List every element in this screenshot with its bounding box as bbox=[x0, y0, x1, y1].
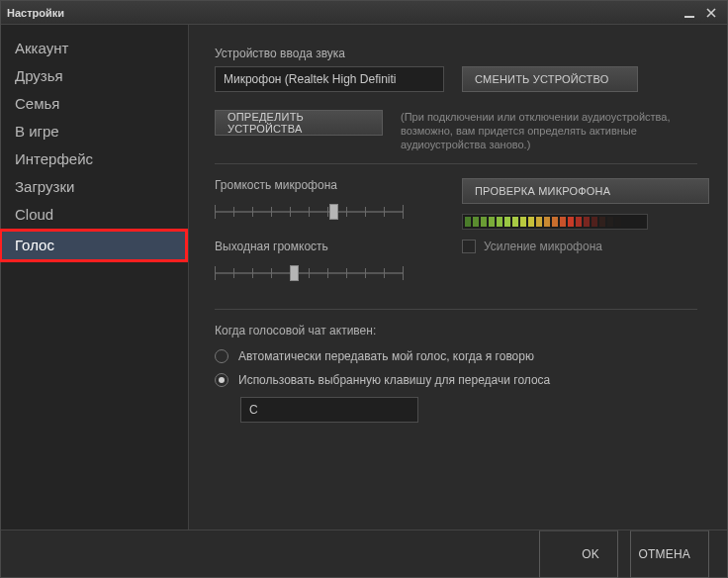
mic-boost-label: Усиление микрофона bbox=[484, 240, 602, 253]
sidebar-item-label: Cloud bbox=[15, 206, 53, 223]
detect-devices-hint: (При подключении или отключении аудиоуст… bbox=[401, 110, 697, 151]
sidebar: Аккаунт Друзья Семья В игре Интерфейс За… bbox=[1, 25, 189, 530]
sidebar-item-interface[interactable]: Интерфейс bbox=[1, 145, 188, 173]
input-device-field[interactable]: Микрофон (Realtek High Definiti bbox=[215, 66, 444, 92]
sidebar-item-label: Семья bbox=[15, 95, 59, 112]
mic-boost-row[interactable]: Усиление микрофона bbox=[462, 240, 709, 253]
ptt-key-field[interactable]: C bbox=[240, 397, 418, 423]
radio-push-to-talk[interactable]: Использовать выбранную клавишу для перед… bbox=[215, 373, 697, 387]
mic-volume-slider[interactable] bbox=[215, 202, 403, 222]
mic-level-meter bbox=[462, 214, 648, 230]
sidebar-item-family[interactable]: Семья bbox=[1, 90, 188, 118]
cancel-button[interactable]: ОТМЕНА bbox=[630, 530, 709, 578]
input-device-section-label: Устройство ввода звука bbox=[215, 47, 697, 60]
sidebar-item-cloud[interactable]: Cloud bbox=[1, 201, 188, 229]
voice-chat-active-label: Когда голосовой чат активен: bbox=[215, 324, 697, 337]
radio-icon bbox=[215, 373, 228, 387]
output-volume-label: Выходная громкость bbox=[215, 240, 403, 253]
sidebar-item-label: В игре bbox=[15, 123, 59, 140]
sidebar-item-label: Аккаунт bbox=[15, 40, 68, 56]
sidebar-item-ingame[interactable]: В игре bbox=[1, 118, 188, 145]
test-mic-button[interactable]: ПРОВЕРКА МИКРОФОНА bbox=[462, 178, 709, 204]
ok-button[interactable]: OK bbox=[539, 530, 618, 578]
divider bbox=[215, 163, 697, 164]
sidebar-item-label: Друзья bbox=[15, 67, 63, 84]
radio-label: Автоматически передавать мой голос, когд… bbox=[238, 349, 534, 363]
radio-icon bbox=[215, 349, 228, 363]
sidebar-item-downloads[interactable]: Загрузки bbox=[1, 173, 188, 201]
mic-volume-label: Громкость микрофона bbox=[215, 178, 403, 192]
divider bbox=[215, 309, 697, 310]
settings-window: Настройки Аккаунт Друзья Семья В игре Ин… bbox=[0, 0, 728, 578]
window-title: Настройки bbox=[7, 7, 64, 19]
sidebar-item-account[interactable]: Аккаунт bbox=[1, 35, 188, 62]
mic-boost-checkbox[interactable] bbox=[462, 240, 476, 253]
voice-settings-panel: Устройство ввода звука Микрофон (Realtek… bbox=[189, 25, 727, 530]
detect-devices-button[interactable]: ОПРЕДЕЛИТЬ УСТРОЙСТВА bbox=[215, 110, 383, 136]
radio-auto-transmit[interactable]: Автоматически передавать мой голос, когд… bbox=[215, 349, 697, 363]
sidebar-item-label: Интерфейс bbox=[15, 150, 93, 167]
change-device-button[interactable]: СМЕНИТЬ УСТРОЙСТВО bbox=[462, 66, 638, 92]
sidebar-item-label: Голос bbox=[15, 237, 54, 253]
dialog-footer: OK ОТМЕНА bbox=[1, 530, 727, 577]
sidebar-item-label: Загрузки bbox=[15, 178, 74, 195]
svg-rect-0 bbox=[684, 16, 694, 18]
output-volume-slider[interactable] bbox=[215, 263, 403, 283]
minimize-button[interactable] bbox=[680, 5, 699, 21]
radio-label: Использовать выбранную клавишу для перед… bbox=[238, 373, 550, 387]
titlebar: Настройки bbox=[1, 1, 727, 25]
sidebar-item-friends[interactable]: Друзья bbox=[1, 62, 188, 90]
sidebar-item-voice[interactable]: Голос bbox=[0, 229, 188, 262]
close-button[interactable] bbox=[701, 5, 721, 21]
